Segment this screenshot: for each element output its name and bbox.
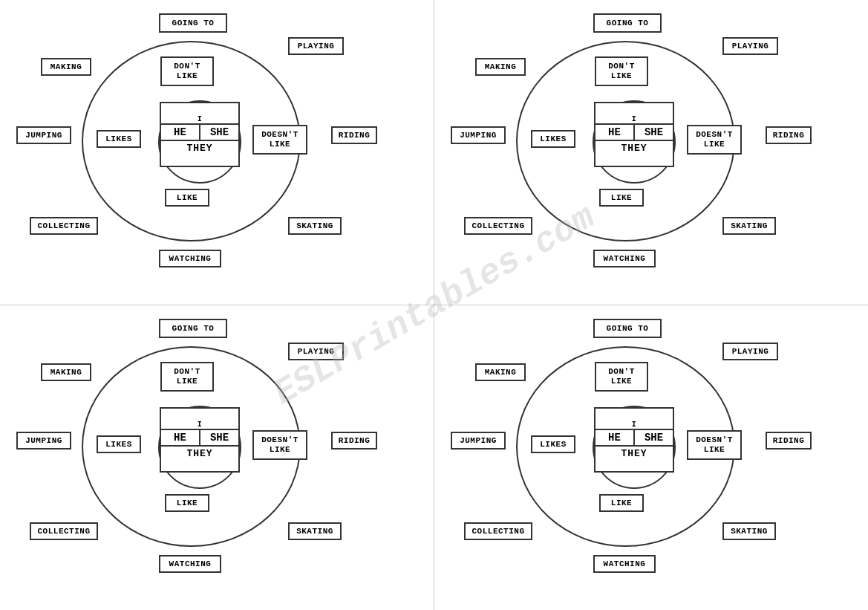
heshe-mid-2: HE SHE	[595, 123, 673, 141]
like-label-2: LIKE	[599, 189, 644, 207]
collecting-label-1: COLLECTING	[30, 217, 98, 235]
skating-label-4: SKATING	[722, 522, 776, 540]
collecting-label-4: COLLECTING	[464, 522, 532, 540]
watching-label-4: WATCHING	[593, 555, 656, 573]
page: ESLPrintables.com GOING TO PLAYING MAKIN…	[0, 0, 868, 610]
i-label-4: I	[632, 421, 637, 429]
playing-label-3: PLAYING	[288, 343, 344, 360]
dont-like-label-3: DON'TLIKE	[160, 362, 214, 392]
heshe-mid-1: HE SHE	[161, 123, 238, 141]
likes-label-1: LIKES	[97, 130, 141, 148]
watching-label-1: WATCHING	[159, 250, 221, 267]
watching-label-3: WATCHING	[159, 555, 221, 573]
jumping-label-1: JUMPING	[16, 126, 71, 144]
going-to-label-3: GOING TO	[159, 319, 227, 338]
she-label-3: SHE	[200, 430, 238, 445]
like-label-1: LIKE	[165, 189, 209, 207]
skating-label-2: SKATING	[722, 217, 776, 235]
heshe-box-4: I HE SHE THEY	[594, 407, 674, 473]
dont-like-label-1: DON'TLIKE	[160, 56, 214, 86]
he-label-3: HE	[161, 430, 200, 445]
skating-label-1: SKATING	[288, 217, 342, 235]
they-label-3: THEY	[186, 447, 212, 459]
collecting-label-2: COLLECTING	[464, 217, 532, 235]
i-label-1: I	[198, 115, 203, 123]
skating-label-3: SKATING	[288, 522, 342, 540]
they-label-2: THEY	[621, 141, 647, 154]
quadrant-3: GOING TO PLAYING MAKING JUMPING RIDING C…	[0, 305, 434, 610]
going-to-label-1: GOING TO	[159, 13, 227, 33]
heshe-mid-4: HE SHE	[595, 429, 673, 447]
making-label-4: MAKING	[475, 363, 526, 381]
quadrant-2: GOING TO PLAYING MAKING JUMPING RIDING C…	[434, 0, 868, 305]
playing-label-1: PLAYING	[288, 37, 344, 55]
going-to-label-4: GOING TO	[593, 319, 662, 338]
he-label-4: HE	[595, 430, 635, 445]
i-label-3: I	[198, 421, 203, 429]
she-label-2: SHE	[635, 125, 673, 140]
making-label-3: MAKING	[41, 363, 91, 381]
riding-label-2: RIDING	[766, 126, 812, 144]
like-label-3: LIKE	[165, 494, 209, 512]
i-label-2: I	[632, 115, 637, 123]
quadrant-1: GOING TO PLAYING MAKING JUMPING RIDING C…	[0, 0, 434, 305]
making-label-2: MAKING	[475, 58, 526, 76]
jumping-label-2: JUMPING	[451, 126, 506, 144]
riding-label-1: RIDING	[331, 126, 377, 144]
riding-label-4: RIDING	[766, 432, 812, 450]
jumping-label-4: JUMPING	[451, 432, 506, 450]
heshe-mid-3: HE SHE	[161, 429, 238, 447]
watching-label-2: WATCHING	[593, 250, 656, 267]
he-label-1: HE	[161, 125, 200, 140]
collecting-label-3: COLLECTING	[30, 522, 98, 540]
making-label-1: MAKING	[41, 58, 91, 76]
quadrant-4: GOING TO PLAYING MAKING JUMPING RIDING C…	[434, 305, 868, 610]
riding-label-3: RIDING	[331, 432, 377, 450]
doesnt-like-label-3-inner: DOESN'TLIKE	[252, 430, 307, 460]
jumping-label-3: JUMPING	[16, 432, 71, 450]
likes-label-2: LIKES	[531, 130, 575, 148]
they-label-4: THEY	[621, 447, 647, 459]
doesnt-like-label-4: DOESN'TLIKE	[687, 430, 742, 460]
heshe-box-1: I HE SHE THEY	[160, 102, 240, 167]
likes-label-4: LIKES	[531, 435, 575, 453]
playing-label-4: PLAYING	[722, 343, 778, 360]
going-to-label-2: GOING TO	[593, 13, 662, 33]
she-label-1: SHE	[200, 125, 238, 140]
heshe-box-3: I HE SHE THEY	[160, 407, 240, 473]
like-label-4: LIKE	[599, 494, 644, 512]
doesnt-like-label-2: DOESN'TLIKE	[687, 125, 742, 155]
playing-label-2: PLAYING	[722, 37, 778, 55]
dont-like-label-4: DON'TLIKE	[595, 362, 648, 392]
likes-label-3: LIKES	[97, 435, 141, 453]
doesnt-like-label-1: DOESN'TLIKE	[252, 125, 307, 155]
dont-like-label-2: DON'TLIKE	[595, 56, 648, 86]
heshe-box-2: I HE SHE THEY	[594, 102, 674, 167]
they-label-1: THEY	[186, 141, 212, 154]
she-label-4: SHE	[635, 430, 673, 445]
he-label-2: HE	[595, 125, 635, 140]
